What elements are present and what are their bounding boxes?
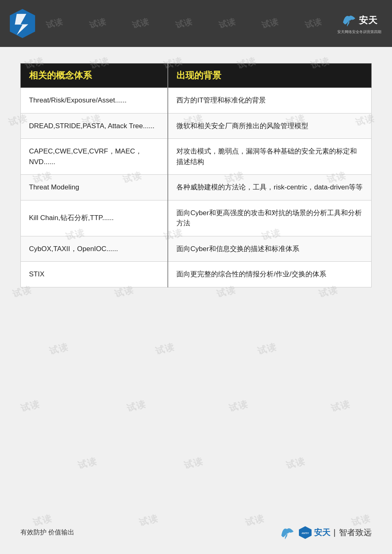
- table-row: CAPEC,CWE,CVE,CVRF，MAEC，NVD......对攻击模式，脆…: [21, 139, 372, 175]
- header-wm-5: 试读: [218, 16, 236, 31]
- watermark-24: 试读: [19, 398, 41, 414]
- header-wm-6: 试读: [261, 16, 280, 31]
- header-wm-3: 试读: [131, 16, 150, 31]
- header-logo-right: 安天 安天网络安全冬训营第四期: [335, 11, 384, 36]
- footer-logo: ANTIY 安天 | 智者致远: [278, 523, 372, 542]
- concepts-table: 相关的概念体系 出现的背景 Threat/Risk/Exposure/Asset…: [20, 63, 372, 287]
- header-wm-4: 试读: [174, 16, 193, 31]
- table-cell-right-0: 西方的IT管理和标准化的背景: [168, 88, 371, 113]
- right-logo-subtitle-text: 安天网络安全冬训营第四期: [337, 29, 381, 35]
- table-row: Threat Modeling各种威胁建模的方法论，工具，risk-centri…: [21, 175, 372, 200]
- header-wm-1: 试读: [45, 16, 64, 31]
- eagle-icon: [341, 12, 357, 29]
- table-cell-right-6: 面向更完整的综合性的情报分析/作业/交换的体系: [168, 262, 371, 287]
- header-logo-left: [8, 8, 37, 39]
- main-content: 相关的概念体系 出现的背景 Threat/Risk/Exposure/Asset…: [0, 47, 392, 304]
- table-cell-left-6: STIX: [21, 262, 168, 287]
- header: 试读 试读 试读 试读 试读 试读 试读 安天 安天网络安全冬训营第四期: [0, 0, 392, 47]
- footer-slogan-text: 智者致远: [339, 527, 372, 538]
- table-row: STIX面向更完整的综合性的情报分析/作业/交换的体系: [21, 262, 372, 287]
- header-watermark-area: 试读 试读 试读 试读 试读 试读 试读: [33, 0, 335, 47]
- table-cell-left-4: Kill Chain,钻石分析,TTP......: [21, 200, 168, 236]
- table-cell-right-4: 面向Cyber和更高强度的攻击和对抗的场景的分析工具和分析方法: [168, 200, 371, 236]
- watermark-21: 试读: [48, 340, 70, 357]
- antiy-logo-icon: [8, 8, 37, 39]
- header-wm-7: 试读: [304, 16, 323, 31]
- footer-logo-area: ANTIY 安天 | 智者致远: [278, 523, 372, 542]
- footer-hexagon-icon: ANTIY: [298, 525, 312, 540]
- table-cell-right-5: 面向Cyber和信息交换的描述和标准体系: [168, 236, 371, 262]
- table-cell-left-2: CAPEC,CWE,CVE,CVRF，MAEC，NVD......: [21, 139, 168, 175]
- table-cell-left-5: CybOX,TAXII，OpenIOC......: [21, 236, 168, 262]
- watermark-27: 试读: [330, 398, 352, 414]
- table-cell-right-2: 对攻击模式，脆弱点，漏洞等各种基础的安全元素的标定和描述结构: [168, 139, 371, 175]
- footer: 有效防护 价值输出 ANTIY 安天 | 智者致远: [0, 523, 392, 542]
- watermark-22: 试读: [154, 340, 176, 357]
- col-header-left: 相关的概念体系: [21, 64, 168, 88]
- table-cell-right-1: 微软和相关安全厂商所推出的风险管理模型: [168, 113, 371, 139]
- table-cell-left-1: DREAD,STRIDE,PASTA, Attack Tree......: [21, 113, 168, 139]
- header-wm-2: 试读: [88, 16, 107, 31]
- table-cell-left-3: Threat Modeling: [21, 175, 168, 200]
- watermark-30: 试读: [285, 455, 307, 472]
- footer-logo-main-text: 安天: [314, 527, 330, 538]
- col-header-right: 出现的背景: [168, 64, 371, 88]
- table-cell-left-0: Threat/Risk/Exposure/Asset......: [21, 88, 168, 113]
- table-header-row: 相关的概念体系 出现的背景: [21, 64, 372, 88]
- table-row: Kill Chain,钻石分析,TTP......面向Cyber和更高强度的攻击…: [21, 200, 372, 236]
- table-row: DREAD,STRIDE,PASTA, Attack Tree......微软和…: [21, 113, 372, 139]
- footer-tagline: 有效防护 价值输出: [20, 528, 74, 537]
- footer-bird-icon: [278, 523, 296, 542]
- table-cell-right-3: 各种威胁建模的方法论，工具，risk-centric，data-driven等等: [168, 175, 371, 200]
- watermark-25: 试读: [125, 398, 147, 414]
- svg-text:ANTIY: ANTIY: [301, 532, 309, 534]
- table-row: Threat/Risk/Exposure/Asset......西方的IT管理和…: [21, 88, 372, 113]
- watermark-23: 试读: [256, 340, 278, 357]
- watermark-29: 试读: [183, 455, 205, 472]
- watermark-26: 试读: [227, 398, 249, 414]
- antiy-brand-logo: 安天 安天网络安全冬训营第四期: [335, 11, 384, 36]
- watermark-28: 试读: [76, 455, 98, 472]
- footer-logo-divider: |: [334, 528, 336, 537]
- right-logo-top-row: 安天: [341, 12, 378, 29]
- table-row: CybOX,TAXII，OpenIOC......面向Cyber和信息交换的描述…: [21, 236, 372, 262]
- svg-marker-0: [10, 9, 35, 38]
- right-logo-main-text: 安天: [359, 14, 378, 27]
